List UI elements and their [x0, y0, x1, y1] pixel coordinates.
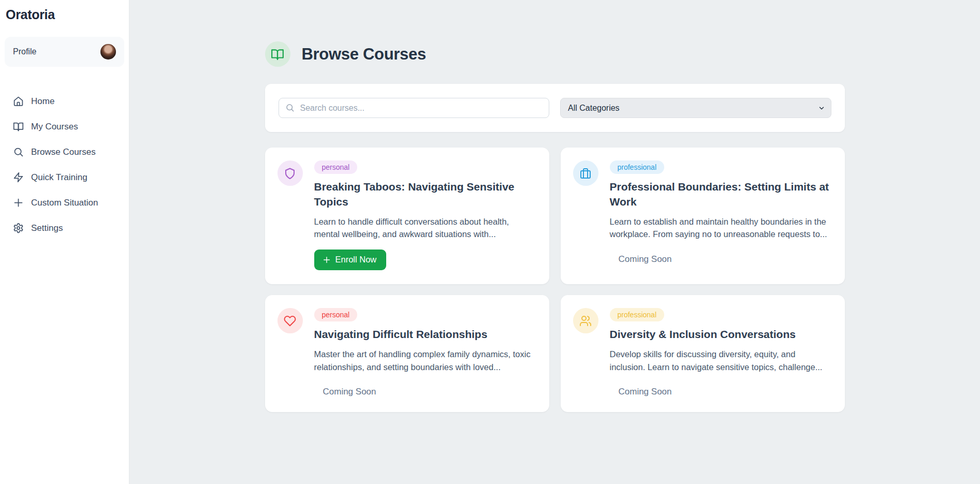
search-filter-bar: All Categories [265, 84, 845, 132]
search-input[interactable] [279, 98, 550, 118]
course-icon-circle [277, 160, 303, 186]
course-description: Develop skills for discussing diversity,… [610, 348, 832, 374]
home-icon [13, 96, 24, 107]
sidebar-item-label: Quick Training [31, 172, 87, 183]
heart-icon [284, 315, 296, 327]
enroll-button[interactable]: Enroll Now [314, 250, 387, 270]
course-description: Learn to handle difficult conversations … [314, 215, 537, 241]
sidebar-item-settings[interactable]: Settings [5, 215, 124, 241]
sidebar-item-quick-training[interactable]: Quick Training [5, 165, 124, 190]
search-icon [285, 103, 295, 112]
shield-icon [284, 167, 296, 180]
main-area: Browse Courses All Categories pe [129, 0, 980, 484]
sidebar-item-label: Settings [31, 223, 63, 233]
app-logo: Oratoria [5, 6, 124, 22]
coming-soon-label: Coming Soon [314, 382, 376, 398]
course-title: Diversity & Inclusion Conversations [610, 327, 796, 342]
course-description: Learn to establish and maintain healthy … [610, 215, 832, 241]
profile-chip[interactable]: Profile [5, 37, 124, 67]
category-select-wrap: All Categories [560, 98, 831, 118]
course-icon-circle [277, 308, 303, 333]
briefcase-icon [579, 167, 592, 180]
course-icon-circle [573, 308, 598, 333]
page-header: Browse Courses [265, 41, 845, 67]
users-icon [579, 315, 592, 327]
coming-soon-label: Coming Soon [610, 250, 672, 266]
course-icon-circle [573, 160, 598, 186]
course-card-difficult-relationships: personal Navigating Difficult Relationsh… [265, 295, 549, 412]
category-badge: personal [314, 308, 358, 321]
sidebar-item-home[interactable]: Home [5, 89, 124, 114]
book-open-icon [271, 48, 284, 61]
sidebar-item-browse-courses[interactable]: Browse Courses [5, 139, 124, 165]
sidebar-item-custom-situation[interactable]: Custom Situation [5, 190, 124, 215]
search-icon [13, 146, 24, 157]
sidebar: Oratoria Profile Home My Courses Browse … [0, 0, 129, 484]
category-badge: personal [314, 160, 358, 174]
sidebar-item-label: Browse Courses [31, 147, 96, 157]
course-description: Master the art of handling complex famil… [314, 348, 537, 374]
course-card-professional-boundaries: professional Professional Boundaries: Se… [561, 148, 845, 284]
profile-avatar [100, 44, 116, 60]
course-card-diversity-inclusion: professional Diversity & Inclusion Conve… [561, 295, 845, 412]
page-title: Browse Courses [302, 45, 426, 64]
category-badge: professional [610, 160, 665, 174]
course-title: Breaking Taboos: Navigating Sensitive To… [314, 180, 537, 210]
course-card-breaking-taboos: personal Breaking Taboos: Navigating Sen… [265, 148, 549, 284]
zap-icon [13, 172, 24, 183]
plus-icon [323, 256, 331, 264]
category-badge: professional [610, 308, 665, 321]
plus-icon [13, 197, 24, 208]
gear-icon [13, 223, 24, 233]
enroll-button-label: Enroll Now [335, 255, 377, 265]
course-title: Navigating Difficult Relationships [314, 327, 488, 342]
sidebar-item-label: Custom Situation [31, 198, 98, 208]
search-box [279, 98, 550, 118]
course-grid: personal Breaking Taboos: Navigating Sen… [265, 148, 845, 412]
sidebar-item-my-courses[interactable]: My Courses [5, 114, 124, 139]
category-select[interactable]: All Categories [560, 98, 831, 118]
sidebar-item-label: Home [31, 96, 54, 107]
book-open-icon [13, 121, 24, 132]
course-title: Professional Boundaries: Setting Limits … [610, 180, 832, 210]
sidebar-nav: Home My Courses Browse Courses Quick Tra… [5, 89, 124, 241]
sidebar-item-label: My Courses [31, 122, 78, 132]
coming-soon-label: Coming Soon [610, 382, 672, 398]
page-header-icon-circle [265, 41, 290, 67]
profile-label: Profile [13, 47, 36, 56]
